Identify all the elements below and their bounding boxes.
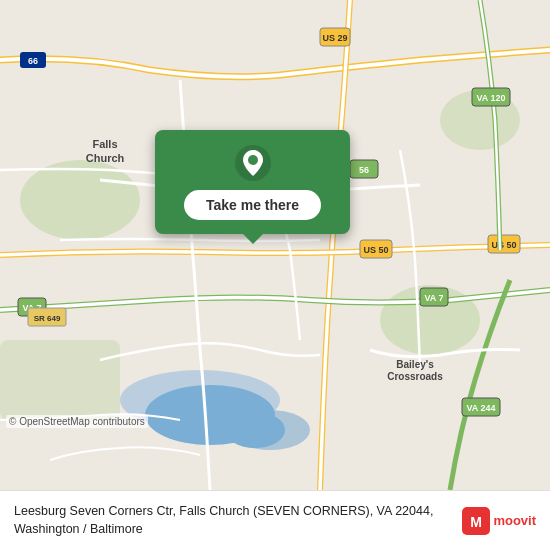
svg-point-8 — [225, 412, 285, 448]
svg-text:Church: Church — [86, 152, 125, 164]
svg-rect-5 — [0, 340, 120, 420]
info-bar: Leesburg Seven Corners Ctr, Falls Church… — [0, 490, 550, 550]
svg-text:SR 649: SR 649 — [34, 314, 61, 323]
svg-text:VA 120: VA 120 — [476, 93, 505, 103]
svg-text:56: 56 — [359, 165, 369, 175]
moovit-icon: M — [462, 507, 490, 535]
svg-text:Bailey's: Bailey's — [396, 359, 434, 370]
svg-text:Crossroads: Crossroads — [387, 371, 443, 382]
location-pin-icon — [234, 144, 272, 182]
moovit-label: moovit — [493, 513, 536, 528]
svg-text:Falls: Falls — [92, 138, 117, 150]
svg-text:US 50: US 50 — [363, 245, 388, 255]
map-container: 66 US 29 VA 7 VA 7 US 50 US 50 VA 120 VA… — [0, 0, 550, 490]
take-me-there-button[interactable]: Take me there — [184, 190, 321, 220]
osm-attribution: © OpenStreetMap contributors — [6, 415, 148, 428]
address-text: Leesburg Seven Corners Ctr, Falls Church… — [14, 503, 452, 538]
svg-text:VA 7: VA 7 — [424, 293, 443, 303]
svg-text:US 50: US 50 — [491, 240, 516, 250]
svg-point-34 — [248, 155, 258, 165]
popup-card: Take me there — [155, 130, 350, 234]
svg-text:US 29: US 29 — [322, 33, 347, 43]
svg-text:66: 66 — [28, 56, 38, 66]
svg-text:VA 244: VA 244 — [466, 403, 495, 413]
svg-text:M: M — [471, 514, 483, 530]
moovit-logo: M moovit — [462, 507, 536, 535]
